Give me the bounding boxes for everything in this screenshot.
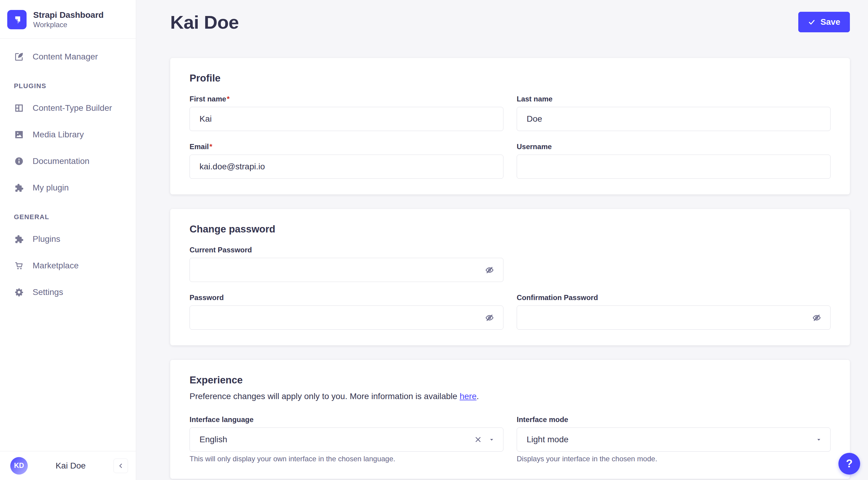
- interface-mode-label: Interface mode: [517, 415, 831, 424]
- new-password-field-group: Password: [189, 294, 503, 330]
- check-icon: [808, 19, 815, 26]
- section-label-plugins: PLUGINS: [0, 70, 136, 95]
- avatar[interactable]: KD: [10, 457, 28, 475]
- confirmation-password-label: Confirmation Password: [517, 294, 831, 302]
- strapi-logo-icon: [7, 10, 27, 29]
- interface-language-helper: This will only display your own interfac…: [189, 455, 503, 463]
- cart-icon: [14, 261, 24, 271]
- eye-off-icon: [485, 265, 494, 275]
- required-asterisk: *: [210, 143, 212, 151]
- toggle-password-visibility-button[interactable]: [811, 312, 822, 323]
- page-header: Kai Doe Save: [170, 0, 850, 33]
- profile-card-title: Profile: [189, 72, 831, 84]
- first-name-field[interactable]: [189, 107, 503, 131]
- spacer-cell: [517, 246, 831, 282]
- sidebar: Strapi Dashboard Workplace Content Manag…: [0, 0, 136, 480]
- confirmation-password-field-group: Confirmation Password: [517, 294, 831, 330]
- save-button-label: Save: [820, 17, 840, 27]
- chevron-down-icon[interactable]: [815, 436, 823, 443]
- interface-language-field-group: Interface language English This will onl…: [189, 415, 503, 463]
- strapi-mark-icon: [10, 13, 24, 26]
- save-button[interactable]: Save: [798, 12, 850, 32]
- current-password-field-group: Current Password: [189, 246, 503, 282]
- clear-icon[interactable]: [473, 435, 483, 444]
- toggle-password-visibility-button[interactable]: [484, 265, 495, 275]
- sidebar-item-label: Documentation: [33, 156, 89, 166]
- username-field[interactable]: [517, 155, 831, 179]
- sidebar-user-name: Kai Doe: [28, 461, 114, 471]
- eye-off-icon: [485, 313, 494, 322]
- interface-mode-field-group: Interface mode Light mode Displays your …: [517, 415, 831, 463]
- page-title: Kai Doe: [170, 11, 239, 33]
- email-field-group: Email*: [189, 143, 503, 179]
- sidebar-item-label: Plugins: [33, 234, 60, 244]
- content-manager-icon: [14, 52, 24, 62]
- new-password-label: Password: [189, 294, 503, 302]
- required-asterisk: *: [227, 95, 229, 103]
- username-label: Username: [517, 143, 831, 151]
- first-name-field-group: First name*: [189, 95, 503, 131]
- more-information-link[interactable]: here: [460, 392, 476, 401]
- interface-language-label: Interface language: [189, 415, 503, 424]
- interface-mode-value: Light mode: [527, 435, 568, 444]
- sidebar-item-label: Marketplace: [33, 261, 79, 270]
- sidebar-item-label: Settings: [33, 288, 63, 297]
- brand-text: Strapi Dashboard Workplace: [33, 10, 103, 29]
- experience-field-grid: Interface language English This will onl…: [189, 415, 831, 463]
- sidebar-item-my-plugin[interactable]: My plugin: [0, 175, 136, 201]
- main-navigation: Content Manager PLUGINS Content-Type Bui…: [0, 39, 136, 451]
- sidebar-item-settings[interactable]: Settings: [0, 279, 136, 305]
- last-name-field[interactable]: [517, 107, 831, 131]
- sidebar-item-label: Content Manager: [33, 52, 98, 62]
- main-content: Kai Doe Save Profile First name* Last na…: [136, 0, 868, 480]
- sidebar-item-label: Media Library: [33, 130, 84, 140]
- sidebar-item-documentation[interactable]: Documentation: [0, 148, 136, 175]
- profile-field-grid: First name* Last name Email* Username: [189, 95, 831, 179]
- content-type-builder-icon: [14, 103, 24, 113]
- email-label: Email*: [189, 143, 503, 151]
- first-name-label: First name*: [189, 95, 503, 103]
- toggle-password-visibility-button[interactable]: [484, 312, 495, 323]
- chevron-down-icon[interactable]: [488, 436, 495, 443]
- new-password-field[interactable]: [189, 305, 503, 330]
- puzzle-icon: [14, 183, 24, 193]
- section-label-general: GENERAL: [0, 201, 136, 226]
- last-name-field-group: Last name: [517, 95, 831, 131]
- sidebar-item-label: Content-Type Builder: [33, 103, 112, 113]
- help-button[interactable]: ?: [838, 453, 860, 475]
- brand-title: Strapi Dashboard: [33, 10, 103, 20]
- media-library-icon: [14, 129, 24, 140]
- username-field-group: Username: [517, 143, 831, 179]
- sidebar-item-media-library[interactable]: Media Library: [0, 121, 136, 148]
- interface-mode-helper: Displays your interface in the chosen mo…: [517, 455, 831, 463]
- change-password-card: Change password Current Password: [170, 209, 850, 346]
- collapse-sidebar-button[interactable]: [114, 458, 128, 473]
- brand-subtitle: Workplace: [33, 20, 103, 29]
- sidebar-item-label: My plugin: [33, 183, 69, 192]
- chevron-left-icon: [117, 462, 125, 470]
- experience-description: Preference changes will apply only to yo…: [189, 390, 831, 403]
- sidebar-item-plugins[interactable]: Plugins: [0, 226, 136, 252]
- brand[interactable]: Strapi Dashboard Workplace: [0, 0, 136, 38]
- sidebar-item-content-manager[interactable]: Content Manager: [0, 43, 136, 70]
- interface-mode-select[interactable]: Light mode: [517, 427, 831, 452]
- email-field[interactable]: [189, 155, 503, 179]
- sidebar-user-row: KD Kai Doe: [0, 451, 136, 480]
- experience-card: Experience Preference changes will apply…: [170, 360, 850, 479]
- interface-language-select[interactable]: English: [189, 427, 503, 452]
- confirmation-password-field[interactable]: [517, 305, 831, 330]
- current-password-label: Current Password: [189, 246, 503, 254]
- puzzle-icon: [14, 234, 24, 244]
- sidebar-item-content-type-builder[interactable]: Content-Type Builder: [0, 95, 136, 121]
- experience-card-title: Experience: [189, 374, 831, 386]
- profile-card: Profile First name* Last name Email* Use…: [170, 58, 850, 194]
- gear-icon: [14, 287, 24, 297]
- password-field-grid: Current Password Password: [189, 246, 831, 330]
- interface-language-value: English: [199, 435, 227, 444]
- eye-off-icon: [812, 313, 822, 322]
- change-password-card-title: Change password: [189, 223, 831, 235]
- last-name-label: Last name: [517, 95, 831, 103]
- sidebar-item-marketplace[interactable]: Marketplace: [0, 252, 136, 279]
- current-password-field[interactable]: [189, 258, 503, 282]
- documentation-icon: [14, 156, 24, 166]
